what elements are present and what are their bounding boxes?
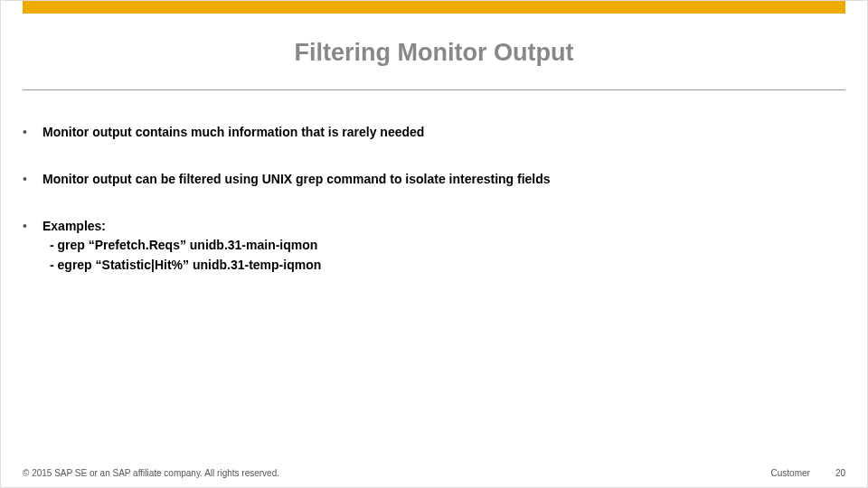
footer: © 2015 SAP SE or an SAP affiliate compan… (23, 468, 845, 478)
bullet-body: Monitor output can be filtered using UNI… (42, 170, 845, 188)
sub-bullet-text: - grep “Prefetch.Reqs” unidb.31-main-iqm… (42, 235, 845, 255)
bullet-body: Monitor output contains much information… (42, 123, 845, 141)
sub-bullet-text: - egrep “Statistic|Hit%” unidb.31-temp-i… (42, 255, 845, 275)
bullet-text: Examples: (42, 217, 845, 235)
brand-bar (23, 1, 845, 14)
footer-page-number: 20 (835, 468, 845, 478)
bullet-item: • Examples: - grep “Prefetch.Reqs” unidb… (23, 217, 845, 275)
title-divider (23, 89, 845, 90)
footer-classification: Customer (771, 468, 810, 478)
bullet-dot-icon: • (23, 217, 42, 235)
content-area: • Monitor output contains much informati… (23, 123, 845, 304)
bullet-dot-icon: • (23, 123, 42, 141)
bullet-text: Monitor output can be filtered using UNI… (42, 170, 845, 188)
bullet-body: Examples: - grep “Prefetch.Reqs” unidb.3… (42, 217, 845, 275)
bullet-item: • Monitor output contains much informati… (23, 123, 845, 141)
bullet-text: Monitor output contains much information… (42, 123, 845, 141)
slide: Filtering Monitor Output • Monitor outpu… (0, 0, 868, 488)
slide-title: Filtering Monitor Output (1, 39, 867, 67)
footer-copyright: © 2015 SAP SE or an SAP affiliate compan… (23, 468, 771, 478)
bullet-item: • Monitor output can be filtered using U… (23, 170, 845, 188)
bullet-dot-icon: • (23, 170, 42, 188)
